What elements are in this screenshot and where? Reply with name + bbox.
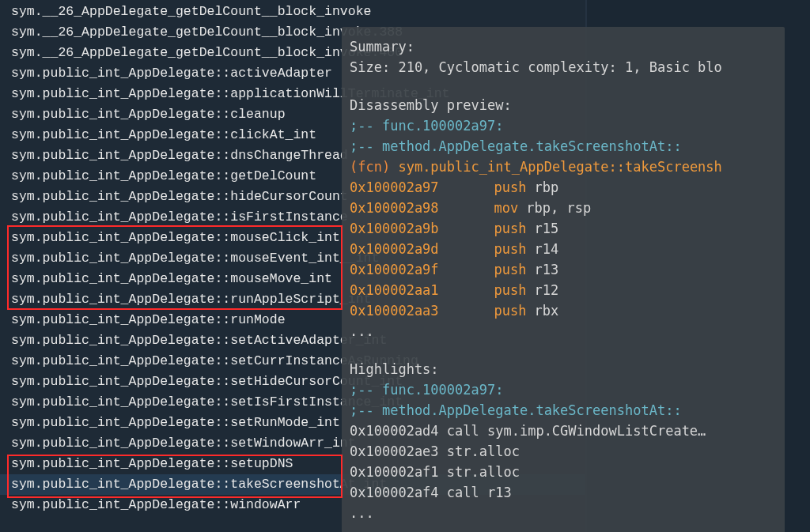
dots-2: ...: [342, 503, 785, 523]
summary-line: Size: 210, Cyclomatic complexity: 1, Bas…: [342, 57, 785, 77]
symbol-text: sym.public_int_AppDelegate::setupDNS: [11, 454, 293, 474]
highlight-row: 0x100002af1 str.alloc: [342, 462, 785, 482]
hl-func-1: ;-- func.100002a97:: [342, 379, 785, 400]
fcn-line: (fcn) sym.public_int_AppDelegate::takeSc…: [342, 157, 785, 177]
symbol-text: sym.public_int_AppDelegate::isFirstInsta…: [11, 207, 348, 228]
symbol-text: sym.public_int_AppDelegate::dnsChangeThr…: [11, 145, 348, 166]
symbol-text: sym.public_int_AppDelegate::getDelCount: [11, 166, 316, 187]
summary-label: Summary:: [342, 36, 785, 57]
symbol-text: sym.public_int_AppDelegate::mouseClick_i…: [11, 228, 340, 248]
symbol-text: sym.public_int_AppDelegate::activeAdapte…: [11, 63, 332, 84]
symbol-text: sym.public_int_AppDelegate::setWindowArr…: [11, 433, 356, 454]
disasm-label: Disassembly preview:: [342, 95, 785, 115]
symbol-text: sym.public_int_AppDelegate::setActiveAda…: [11, 330, 387, 351]
highlight-row: 0x100002ae3 str.alloc: [342, 441, 785, 462]
disasm-row: 0x100002a97pushrbp: [342, 177, 785, 198]
disasm-row: 0x100002aa3pushrbx: [342, 300, 785, 321]
symbol-text: sym.public_int_AppDelegate::cleanup: [11, 104, 286, 125]
disasm-row: 0x100002aa1pushr12: [342, 280, 785, 300]
func-line-1: ;-- func.100002a97:: [342, 115, 785, 136]
symbol-text: sym.public_int_AppDelegate::clickAt_int: [11, 125, 316, 145]
highlight-row: 0x100002ad4 call sym.imp.CGWindowListCre…: [342, 421, 785, 441]
symbol-text: sym.public_int_AppDelegate::hideCursorCo…: [11, 187, 348, 207]
preview-tooltip: Summary: Size: 210, Cyclomatic complexit…: [342, 27, 785, 532]
highlights-label: Highlights:: [342, 359, 785, 379]
viewport: sym.__26_AppDelegate_getDelCount__block_…: [0, 0, 810, 532]
symbol-text: sym.public_int_AppDelegate::runMode: [11, 310, 286, 330]
disasm-row: 0x100002a9bpushr15: [342, 218, 785, 239]
symbol-text: sym.public_int_AppDelegate::runAppleScri…: [11, 289, 371, 310]
symbol-text: sym.public_int_AppDelegate::takeScreensh…: [11, 474, 387, 495]
disasm-row: 0x100002a9fpushr13: [342, 259, 785, 280]
symbol-text: sym.public_int_AppDelegate::windowArr: [11, 495, 301, 515]
symbol-text: sym.public_int_AppDelegate::setRunMode_i…: [11, 413, 340, 433]
highlight-row: 0x100002af4 call r13: [342, 482, 785, 503]
disasm-row: 0x100002a9dpushr14: [342, 239, 785, 259]
dots-1: ...: [342, 321, 785, 341]
func-line-2: ;-- method.AppDelegate.takeScreenshotAt:…: [342, 136, 785, 157]
symbol-text: sym.public_int_AppDelegate::mouseMove_in…: [11, 269, 332, 289]
symbol-text: sym.public_int_AppDelegate::mouseEvent_i…: [11, 248, 379, 269]
hl-func-2: ;-- method.AppDelegate.takeScreenshotAt:…: [342, 400, 785, 421]
disasm-row: 0x100002a98movrbp, rsp: [342, 198, 785, 218]
symbol-row[interactable]: sym.__26_AppDelegate_getDelCount__block_…: [0, 2, 585, 22]
symbol-text: sym.__26_AppDelegate_getDelCount__block_…: [11, 2, 371, 22]
